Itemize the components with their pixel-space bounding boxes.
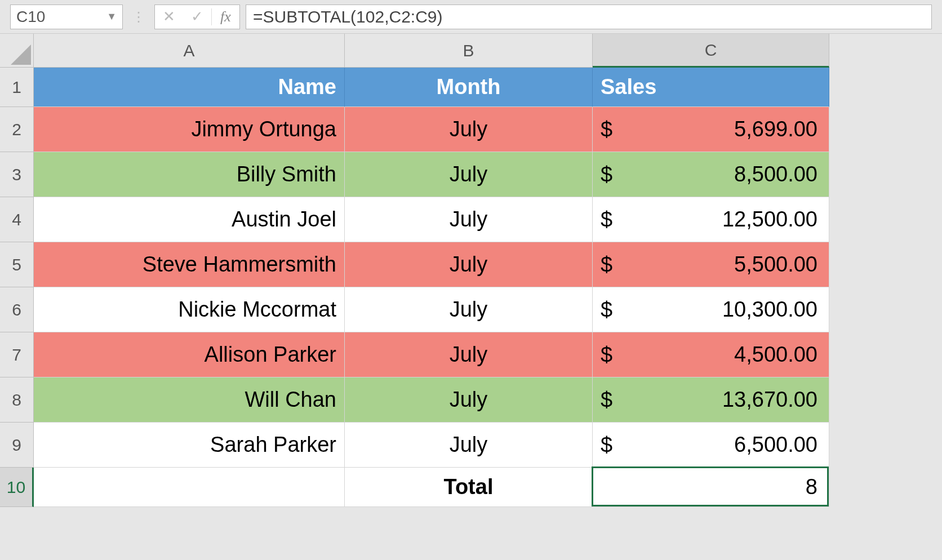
cell-value: 13,670.00 — [722, 388, 817, 412]
cell-C3[interactable]: $8,500.00 — [593, 152, 829, 197]
row-6: Nickie MccormatJuly$10,300.00 — [34, 287, 829, 332]
row-8: Will ChanJuly$13,670.00 — [34, 377, 829, 423]
select-all-corner[interactable] — [0, 34, 34, 68]
cell-C2[interactable]: $5,699.00 — [593, 107, 829, 152]
formula-input[interactable]: =SUBTOTAL(102,C2:C9) — [246, 5, 932, 29]
row-header-9[interactable]: 9 — [0, 423, 34, 468]
cell-value: 10,300.00 — [722, 297, 817, 322]
row-10: Total8 — [34, 468, 829, 507]
cell-value: 5,500.00 — [734, 252, 817, 277]
cell-C4[interactable]: $12,500.00 — [593, 197, 829, 242]
row-header-10[interactable]: 10 — [0, 468, 34, 507]
column-headers: ABC — [34, 34, 829, 68]
cell-A4[interactable]: Austin Joel — [34, 197, 345, 242]
currency-symbol: $ — [601, 388, 612, 412]
fx-icon[interactable]: fx — [211, 8, 239, 25]
row-header-3[interactable]: 3 — [0, 152, 34, 197]
currency-symbol: $ — [601, 207, 612, 232]
row-header-4[interactable]: 4 — [0, 197, 34, 242]
currency-symbol: $ — [601, 343, 612, 367]
cell-C9[interactable]: $6,500.00 — [593, 423, 829, 468]
cell-A6[interactable]: Nickie Mccormat — [34, 287, 345, 332]
row-headers: 12345678910 — [0, 68, 34, 507]
cell-C1[interactable]: Sales — [593, 68, 829, 107]
row-header-8[interactable]: 8 — [0, 377, 34, 423]
cell-A8[interactable]: Will Chan — [34, 377, 345, 423]
cell-grid[interactable]: NameMonthSalesJimmy OrtungaJuly$5,699.00… — [34, 68, 829, 507]
cell-A1[interactable]: Name — [34, 68, 345, 107]
column-header-C[interactable]: C — [593, 34, 829, 68]
cell-A10[interactable] — [34, 468, 345, 507]
cell-C10[interactable]: 8 — [593, 468, 829, 507]
row-1: NameMonthSales — [34, 68, 829, 107]
cell-B5[interactable]: July — [345, 242, 593, 287]
cell-C7[interactable]: $4,500.00 — [593, 332, 829, 377]
currency-symbol: $ — [601, 117, 612, 141]
cell-A3[interactable]: Billy Smith — [34, 152, 345, 197]
cell-C6[interactable]: $10,300.00 — [593, 287, 829, 332]
cell-B4[interactable]: July — [345, 197, 593, 242]
row-header-6[interactable]: 6 — [0, 287, 34, 332]
cancel-formula-icon[interactable]: ✕ — [155, 8, 183, 25]
row-header-7[interactable]: 7 — [0, 332, 34, 377]
cell-A5[interactable]: Steve Hammersmith — [34, 242, 345, 287]
row-4: Austin JoelJuly$12,500.00 — [34, 197, 829, 242]
currency-symbol: $ — [601, 297, 612, 322]
cell-B8[interactable]: July — [345, 377, 593, 423]
name-box-dropdown-icon[interactable]: ▼ — [106, 11, 117, 23]
row-2: Jimmy OrtungaJuly$5,699.00 — [34, 107, 829, 152]
row-7: Allison ParkerJuly$4,500.00 — [34, 332, 829, 377]
currency-symbol: $ — [601, 433, 612, 457]
row-header-1[interactable]: 1 — [0, 68, 34, 107]
row-3: Billy SmithJuly$8,500.00 — [34, 152, 829, 197]
name-box-value: C10 — [16, 8, 45, 26]
row-5: Steve HammersmithJuly$5,500.00 — [34, 242, 829, 287]
cell-B10[interactable]: Total — [345, 468, 593, 507]
formula-buttons: ✕ ✓ fx — [154, 5, 240, 29]
row-9: Sarah ParkerJuly$6,500.00 — [34, 423, 829, 468]
column-header-B[interactable]: B — [345, 34, 593, 68]
formula-text: =SUBTOTAL(102,C2:C9) — [253, 7, 443, 26]
column-header-A[interactable]: A — [34, 34, 345, 68]
formula-bar: C10 ▼ ⋮ ✕ ✓ fx =SUBTOTAL(102,C2:C9) — [0, 0, 942, 34]
cell-B1[interactable]: Month — [345, 68, 593, 107]
cell-value: 6,500.00 — [734, 433, 817, 457]
cell-B9[interactable]: July — [345, 423, 593, 468]
name-box[interactable]: C10 ▼ — [10, 5, 123, 29]
row-header-5[interactable]: 5 — [0, 242, 34, 287]
currency-symbol: $ — [601, 252, 612, 277]
cell-B2[interactable]: July — [345, 107, 593, 152]
row-header-2[interactable]: 2 — [0, 107, 34, 152]
cell-A2[interactable]: Jimmy Ortunga — [34, 107, 345, 152]
cell-A9[interactable]: Sarah Parker — [34, 423, 345, 468]
cell-C5[interactable]: $5,500.00 — [593, 242, 829, 287]
spreadsheet-grid: ABC 12345678910 NameMonthSalesJimmy Ortu… — [0, 34, 942, 560]
cell-B3[interactable]: July — [345, 152, 593, 197]
cell-value: 8,500.00 — [734, 162, 817, 186]
cell-value: 5,699.00 — [734, 117, 817, 141]
cell-B7[interactable]: July — [345, 332, 593, 377]
currency-symbol: $ — [601, 162, 612, 186]
accept-formula-icon[interactable]: ✓ — [183, 8, 211, 25]
cell-value: 4,500.00 — [734, 343, 817, 367]
cell-C8[interactable]: $13,670.00 — [593, 377, 829, 423]
cell-value: 12,500.00 — [722, 207, 817, 232]
cell-B6[interactable]: July — [345, 287, 593, 332]
separator-icon: ⋮ — [128, 9, 149, 25]
cell-A7[interactable]: Allison Parker — [34, 332, 345, 377]
